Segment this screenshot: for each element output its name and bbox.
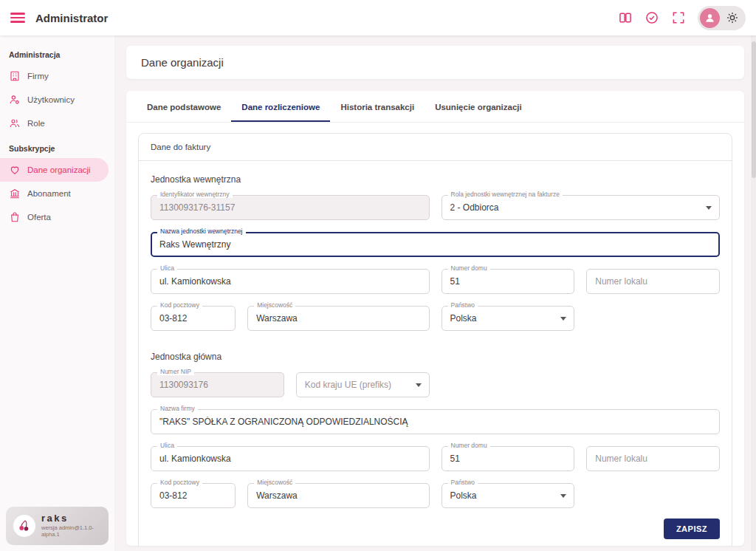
main-house-no-label: Numer domu [448, 442, 490, 449]
main-house-no-field: Numer domu [441, 446, 575, 471]
invoice-data-panel: Dane do faktury Jednostka wewnętrzna Ide… [138, 133, 732, 546]
internal-street-field: Ulica [151, 269, 430, 294]
scrollbar[interactable] [751, 35, 756, 551]
main-eu-prefix-field [296, 372, 430, 397]
main-house-no-input[interactable] [441, 446, 575, 471]
main-street-label: Ulica [157, 442, 177, 449]
internal-postal-code-label: Kod pocztowy [157, 302, 202, 309]
panel-title: Dane do faktury [139, 134, 732, 161]
main-postal-code-field: Kod pocztowy [151, 483, 236, 508]
internal-identifier-input[interactable] [151, 195, 430, 220]
internal-street-input[interactable] [151, 269, 430, 294]
main-nip-input[interactable] [151, 372, 284, 397]
internal-city-label: Miejscowość [254, 302, 295, 309]
sidebar-item-firmy[interactable]: Firmy [0, 64, 114, 88]
main-apt-no-field [586, 446, 720, 471]
internal-city-input[interactable] [247, 306, 429, 331]
user-gear-icon [9, 94, 21, 106]
menu-icon[interactable] [10, 13, 25, 23]
topbar-actions [618, 6, 746, 30]
main-content: Dane organizacji Dane podstawowe Dane ro… [114, 35, 756, 551]
columns-icon[interactable] [618, 10, 633, 25]
main-city-input[interactable] [247, 483, 429, 508]
top-bar: Administrator [0, 0, 756, 35]
brand-card: raks wersja admin@1.1.0-alpha.1 [6, 507, 109, 545]
main-company-name-label: Nazwa firmy [157, 405, 198, 412]
tab-usuniecie-organizacji[interactable]: Usunięcie organizacji [425, 91, 532, 122]
main-unit-fields: Numer NIP Nazwa firmy Ulica [151, 372, 720, 508]
bank-icon [9, 188, 21, 199]
main-company-name-field: Nazwa firmy [151, 409, 720, 434]
avatar-icon[interactable] [700, 8, 720, 28]
sidebar: Administracja Firmy Użytkownicy Role Sub… [0, 35, 114, 551]
sidebar-item-oferta[interactable]: Oferta [0, 205, 114, 229]
internal-postal-code-field: Kod pocztowy [151, 306, 236, 331]
internal-name-input[interactable] [151, 232, 720, 257]
sidebar-item-role[interactable]: Role [0, 112, 114, 135]
app-title: Administrator [35, 12, 108, 24]
panel-body: Jednostka wewnętrzna Identyfikator wewnę… [139, 161, 732, 546]
internal-city-field: Miejscowość [247, 306, 429, 331]
people-icon [9, 117, 21, 129]
sidebar-item-dane-organizacji[interactable]: Dane organizacji [0, 158, 109, 182]
check-circle-icon[interactable] [645, 10, 659, 25]
main-postal-code-label: Kod pocztowy [157, 479, 202, 486]
main-company-name-input[interactable] [151, 409, 720, 434]
main-nip-field: Numer NIP [151, 372, 284, 397]
sidebar-item-label: Użytkownicy [27, 95, 75, 104]
brand-name: raks [41, 513, 101, 524]
tab-dane-podstawowe[interactable]: Dane podstawowe [137, 91, 231, 122]
sidebar-item-label: Role [27, 119, 45, 128]
internal-name-field: Nazwa jednostki wewnętrznej [151, 232, 720, 257]
content-card: Dane podstawowe Dane rozliczeniowe Histo… [126, 91, 744, 546]
internal-unit-fields: Identyfikator wewnętrzny Rola jednostki … [151, 195, 720, 331]
sidebar-item-uzytkownicy[interactable]: Użytkownicy [0, 88, 114, 112]
main-eu-prefix-select[interactable] [296, 372, 430, 397]
brand-version: wersja admin@1.1.0-alpha.1 [41, 524, 101, 539]
sidebar-section-administracja: Administracja [0, 41, 114, 64]
internal-house-no-field: Numer domu [441, 269, 575, 294]
form-actions: ZAPISZ [151, 519, 720, 539]
internal-role-label: Rola jednostki wewnętrznej na fakturze [448, 191, 563, 198]
scrollbar-thumb[interactable] [752, 41, 756, 178]
sidebar-item-abonament[interactable]: Abonament [0, 182, 114, 205]
main-country-select[interactable] [441, 483, 575, 508]
sidebar-section-subskrypcje: Subskrypcje [0, 135, 114, 158]
internal-identifier-field: Identyfikator wewnętrzny [151, 195, 430, 220]
internal-apt-no-input[interactable] [586, 269, 720, 294]
sidebar-item-label: Dane organizacji [27, 165, 91, 174]
main-apt-no-input[interactable] [586, 446, 720, 471]
internal-apt-no-field [586, 269, 720, 294]
building-icon [9, 70, 21, 82]
internal-country-select[interactable] [441, 306, 575, 331]
internal-postal-code-input[interactable] [151, 306, 236, 331]
internal-country-field: Państwo [441, 306, 575, 331]
main-unit-title: Jednostka główna [151, 352, 720, 362]
internal-identifier-label: Identyfikator wewnętrzny [157, 191, 233, 198]
tab-dane-rozliczeniowe[interactable]: Dane rozliczeniowe [231, 91, 330, 122]
main-city-field: Miejscowość [247, 483, 429, 508]
user-menu [698, 6, 746, 30]
save-button[interactable]: ZAPISZ [664, 519, 720, 539]
main-street-input[interactable] [151, 446, 430, 471]
internal-role-select[interactable] [441, 195, 721, 220]
internal-country-label: Państwo [448, 302, 478, 309]
tab-historia-transakcji[interactable]: Historia transakcji [330, 91, 425, 122]
internal-house-no-label: Numer domu [448, 265, 490, 272]
sidebar-item-label: Abonament [27, 189, 71, 198]
cherry-icon [13, 515, 35, 537]
main-postal-code-input[interactable] [151, 483, 236, 508]
sidebar-item-label: Oferta [27, 213, 51, 222]
sidebar-item-label: Firmy [27, 72, 49, 81]
tabs: Dane podstawowe Dane rozliczeniowe Histo… [126, 91, 744, 123]
internal-unit-title: Jednostka wewnętrzna [151, 174, 720, 185]
main-country-field: Państwo [441, 483, 575, 508]
main-nip-label: Numer NIP [157, 369, 194, 375]
internal-name-label: Nazwa jednostki wewnętrznej [157, 228, 246, 235]
gear-icon[interactable] [726, 11, 739, 24]
internal-house-no-input[interactable] [441, 269, 575, 294]
main-country-label: Państwo [448, 479, 478, 486]
shopping-bag-icon [9, 211, 21, 223]
fullscreen-icon[interactable] [671, 10, 686, 25]
main-city-label: Miejscowość [254, 479, 295, 486]
